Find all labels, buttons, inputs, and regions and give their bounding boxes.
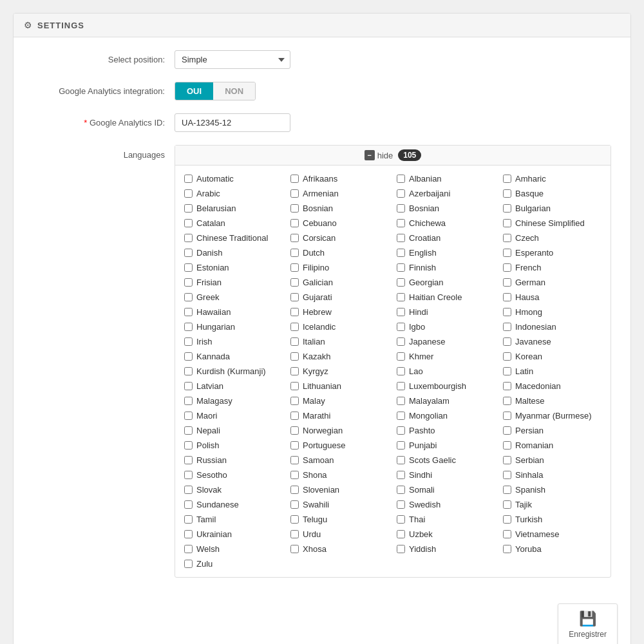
language-checkbox[interactable] xyxy=(290,367,299,375)
language-checkbox[interactable] xyxy=(397,219,405,227)
language-checkbox[interactable] xyxy=(503,234,511,242)
language-checkbox[interactable] xyxy=(397,486,405,494)
language-checkbox[interactable] xyxy=(184,234,193,242)
language-checkbox[interactable] xyxy=(290,515,299,524)
language-checkbox[interactable] xyxy=(290,278,299,287)
language-checkbox[interactable] xyxy=(184,530,193,538)
language-checkbox[interactable] xyxy=(397,397,405,405)
language-checkbox[interactable] xyxy=(184,204,193,213)
language-checkbox[interactable] xyxy=(184,219,193,227)
language-checkbox[interactable] xyxy=(290,263,299,272)
language-checkbox[interactable] xyxy=(184,249,193,257)
language-checkbox[interactable] xyxy=(290,308,299,316)
language-checkbox[interactable] xyxy=(503,471,511,479)
language-checkbox[interactable] xyxy=(184,323,193,331)
language-checkbox[interactable] xyxy=(290,204,299,213)
language-checkbox[interactable] xyxy=(397,352,405,361)
language-checkbox[interactable] xyxy=(184,412,193,420)
language-checkbox[interactable] xyxy=(397,367,405,375)
language-checkbox[interactable] xyxy=(184,560,193,568)
language-checkbox[interactable] xyxy=(290,293,299,301)
language-checkbox[interactable] xyxy=(184,278,193,287)
language-checkbox[interactable] xyxy=(503,308,511,316)
language-checkbox[interactable] xyxy=(290,500,299,509)
language-checkbox[interactable] xyxy=(290,441,299,450)
language-checkbox[interactable] xyxy=(503,263,511,272)
language-checkbox[interactable] xyxy=(290,382,299,390)
language-checkbox[interactable] xyxy=(503,189,511,198)
language-checkbox[interactable] xyxy=(184,500,193,509)
language-checkbox[interactable] xyxy=(397,308,405,316)
language-checkbox[interactable] xyxy=(503,545,511,553)
language-checkbox[interactable] xyxy=(290,486,299,494)
language-checkbox[interactable] xyxy=(184,545,193,553)
language-checkbox[interactable] xyxy=(503,382,511,390)
language-checkbox[interactable] xyxy=(397,323,405,331)
language-checkbox[interactable] xyxy=(397,293,405,301)
language-checkbox[interactable] xyxy=(290,530,299,538)
language-checkbox[interactable] xyxy=(503,426,511,435)
save-button[interactable]: 💾 Enregistrer xyxy=(558,603,618,644)
language-checkbox[interactable] xyxy=(503,352,511,361)
language-checkbox[interactable] xyxy=(290,323,299,331)
language-checkbox[interactable] xyxy=(184,189,193,198)
language-checkbox[interactable] xyxy=(503,486,511,494)
language-checkbox[interactable] xyxy=(290,234,299,242)
language-checkbox[interactable] xyxy=(184,367,193,375)
language-checkbox[interactable] xyxy=(397,530,405,538)
language-checkbox[interactable] xyxy=(184,337,193,346)
oui-button[interactable]: OUI xyxy=(175,82,213,100)
language-checkbox[interactable] xyxy=(184,456,193,464)
position-select[interactable]: Simple Advanced Custom xyxy=(175,50,290,69)
language-checkbox[interactable] xyxy=(503,293,511,301)
language-checkbox[interactable] xyxy=(397,471,405,479)
language-checkbox[interactable] xyxy=(184,382,193,390)
language-checkbox[interactable] xyxy=(397,189,405,198)
language-checkbox[interactable] xyxy=(503,204,511,213)
language-checkbox[interactable] xyxy=(397,456,405,464)
language-checkbox[interactable] xyxy=(397,249,405,257)
language-checkbox[interactable] xyxy=(503,500,511,509)
language-checkbox[interactable] xyxy=(397,426,405,435)
language-checkbox[interactable] xyxy=(503,175,511,183)
language-checkbox[interactable] xyxy=(397,500,405,509)
language-checkbox[interactable] xyxy=(184,471,193,479)
language-checkbox[interactable] xyxy=(503,515,511,524)
language-checkbox[interactable] xyxy=(397,175,405,183)
language-checkbox[interactable] xyxy=(184,441,193,450)
language-checkbox[interactable] xyxy=(397,337,405,346)
language-checkbox[interactable] xyxy=(184,397,193,405)
non-button[interactable]: NON xyxy=(213,82,255,100)
language-checkbox[interactable] xyxy=(290,471,299,479)
language-checkbox[interactable] xyxy=(397,204,405,213)
language-checkbox[interactable] xyxy=(290,456,299,464)
language-checkbox[interactable] xyxy=(397,382,405,390)
language-checkbox[interactable] xyxy=(184,352,193,361)
language-checkbox[interactable] xyxy=(290,219,299,227)
language-checkbox[interactable] xyxy=(503,397,511,405)
language-checkbox[interactable] xyxy=(184,293,193,301)
language-checkbox[interactable] xyxy=(503,456,511,464)
language-checkbox[interactable] xyxy=(290,545,299,553)
language-checkbox[interactable] xyxy=(184,426,193,435)
language-checkbox[interactable] xyxy=(290,189,299,198)
language-checkbox[interactable] xyxy=(503,441,511,450)
language-checkbox[interactable] xyxy=(503,337,511,346)
language-checkbox[interactable] xyxy=(290,426,299,435)
language-checkbox[interactable] xyxy=(503,249,511,257)
language-checkbox[interactable] xyxy=(503,219,511,227)
language-checkbox[interactable] xyxy=(503,278,511,287)
language-checkbox[interactable] xyxy=(184,486,193,494)
language-checkbox[interactable] xyxy=(397,412,405,420)
language-checkbox[interactable] xyxy=(290,412,299,420)
language-checkbox[interactable] xyxy=(184,515,193,524)
language-checkbox[interactable] xyxy=(184,263,193,272)
language-checkbox[interactable] xyxy=(290,175,299,183)
language-checkbox[interactable] xyxy=(397,441,405,450)
language-checkbox[interactable] xyxy=(503,323,511,331)
language-checkbox[interactable] xyxy=(290,352,299,361)
language-checkbox[interactable] xyxy=(397,515,405,524)
language-checkbox[interactable] xyxy=(290,397,299,405)
language-checkbox[interactable] xyxy=(397,234,405,242)
language-checkbox[interactable] xyxy=(397,263,405,272)
